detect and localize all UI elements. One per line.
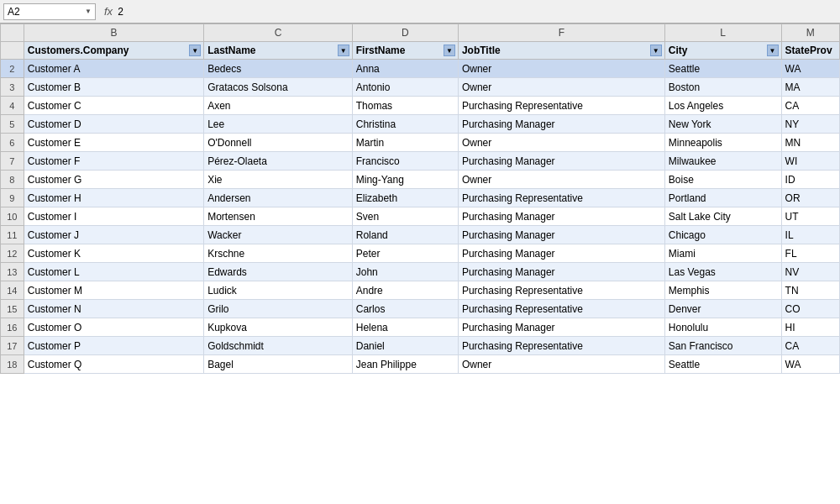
- cell-city[interactable]: Minneapolis: [664, 134, 781, 152]
- cell-jobtitle[interactable]: Purchasing Representative: [458, 337, 664, 355]
- cell-company[interactable]: Customer K: [24, 244, 203, 263]
- cell-lastname[interactable]: Grilo: [204, 300, 353, 318]
- cell-jobtitle[interactable]: Owner: [458, 171, 664, 189]
- table-row[interactable]: 4Customer CAxenThomasPurchasing Represen…: [1, 97, 840, 115]
- cell-city[interactable]: Boston: [664, 78, 781, 97]
- cell-jobtitle[interactable]: Purchasing Representative: [458, 300, 664, 318]
- lastname-filter-icon[interactable]: ▼: [338, 45, 349, 56]
- cell-state[interactable]: FL: [781, 244, 839, 263]
- row-number[interactable]: 2: [1, 60, 24, 78]
- cell-city[interactable]: Seattle: [664, 60, 781, 78]
- row-number[interactable]: 7: [1, 152, 24, 171]
- table-row[interactable]: 9Customer HAndersenElizabethPurchasing R…: [1, 189, 840, 207]
- table-row[interactable]: 11Customer JWackerRolandPurchasing Manag…: [1, 226, 840, 244]
- cell-firstname[interactable]: Elizabeth: [352, 189, 458, 207]
- cell-firstname[interactable]: Carlos: [352, 300, 458, 318]
- cell-jobtitle[interactable]: Owner: [458, 78, 664, 97]
- cell-state[interactable]: CO: [781, 300, 839, 318]
- cell-state[interactable]: WA: [781, 355, 839, 374]
- cell-firstname[interactable]: Roland: [352, 226, 458, 244]
- cell-state[interactable]: IL: [781, 226, 839, 244]
- row-number[interactable]: 13: [1, 263, 24, 281]
- row-number[interactable]: 12: [1, 244, 24, 263]
- cell-city[interactable]: Portland: [664, 189, 781, 207]
- cell-lastname[interactable]: Ludick: [204, 281, 353, 300]
- table-row[interactable]: 14Customer MLudickAndrePurchasing Repres…: [1, 281, 840, 300]
- header-jobtitle[interactable]: JobTitle ▼: [458, 42, 664, 60]
- col-letter-l[interactable]: L: [664, 24, 781, 42]
- row-number[interactable]: 3: [1, 78, 24, 97]
- cell-company[interactable]: Customer D: [24, 115, 203, 134]
- cell-lastname[interactable]: Andersen: [204, 189, 353, 207]
- row-number[interactable]: 15: [1, 300, 24, 318]
- row-number[interactable]: 5: [1, 115, 24, 134]
- cell-company[interactable]: Customer O: [24, 318, 203, 337]
- cell-firstname[interactable]: Ming-Yang: [352, 171, 458, 189]
- row-number[interactable]: 16: [1, 318, 24, 337]
- cell-company[interactable]: Customer G: [24, 171, 203, 189]
- cell-state[interactable]: HI: [781, 318, 839, 337]
- cell-city[interactable]: Miami: [664, 244, 781, 263]
- cell-jobtitle[interactable]: Owner: [458, 134, 664, 152]
- row-number[interactable]: 18: [1, 355, 24, 374]
- table-row[interactable]: 3Customer BGratacos SolsonaAntonioOwnerB…: [1, 78, 840, 97]
- cell-lastname[interactable]: Kupkova: [204, 318, 353, 337]
- cell-firstname[interactable]: Martin: [352, 134, 458, 152]
- cell-company[interactable]: Customer F: [24, 152, 203, 171]
- cell-state[interactable]: OR: [781, 189, 839, 207]
- city-filter-icon[interactable]: ▼: [767, 45, 779, 56]
- cell-jobtitle[interactable]: Owner: [458, 355, 664, 374]
- cell-state[interactable]: WA: [781, 60, 839, 78]
- cell-city[interactable]: Denver: [664, 300, 781, 318]
- table-row[interactable]: 18Customer QBagelJean PhilippeOwnerSeatt…: [1, 355, 840, 374]
- cell-company[interactable]: Customer N: [24, 300, 203, 318]
- cell-firstname[interactable]: Christina: [352, 115, 458, 134]
- cell-company[interactable]: Customer P: [24, 337, 203, 355]
- col-letter-d[interactable]: D: [352, 24, 458, 42]
- cell-jobtitle[interactable]: Purchasing Representative: [458, 281, 664, 300]
- cell-firstname[interactable]: Sven: [352, 207, 458, 226]
- cell-lastname[interactable]: Krschne: [204, 244, 353, 263]
- table-row[interactable]: 2Customer ABedecsAnnaOwnerSeattleWA: [1, 60, 840, 78]
- cell-state[interactable]: TN: [781, 281, 839, 300]
- header-lastname[interactable]: LastName ▼: [204, 42, 353, 60]
- cell-jobtitle[interactable]: Purchasing Manager: [458, 152, 664, 171]
- table-row[interactable]: 10Customer IMortensenSvenPurchasing Mana…: [1, 207, 840, 226]
- cell-jobtitle[interactable]: Owner: [458, 60, 664, 78]
- table-row[interactable]: 5Customer DLeeChristinaPurchasing Manage…: [1, 115, 840, 134]
- cell-company[interactable]: Customer M: [24, 281, 203, 300]
- cell-city[interactable]: Memphis: [664, 281, 781, 300]
- col-letter-f[interactable]: F: [458, 24, 664, 42]
- cell-jobtitle[interactable]: Purchasing Representative: [458, 189, 664, 207]
- cell-lastname[interactable]: Xie: [204, 171, 353, 189]
- cell-firstname[interactable]: Andre: [352, 281, 458, 300]
- table-row[interactable]: 13Customer LEdwardsJohnPurchasing Manage…: [1, 263, 840, 281]
- cell-jobtitle[interactable]: Purchasing Manager: [458, 207, 664, 226]
- cell-jobtitle[interactable]: Purchasing Manager: [458, 244, 664, 263]
- header-state[interactable]: StateProv: [781, 42, 839, 60]
- table-row[interactable]: 6Customer EO'DonnellMartinOwnerMinneapol…: [1, 134, 840, 152]
- cell-city[interactable]: Honolulu: [664, 318, 781, 337]
- row-number[interactable]: 10: [1, 207, 24, 226]
- firstname-filter-icon[interactable]: ▼: [444, 45, 455, 56]
- table-row[interactable]: 8Customer GXieMing-YangOwnerBoiseID: [1, 171, 840, 189]
- cell-firstname[interactable]: Jean Philippe: [352, 355, 458, 374]
- cell-firstname[interactable]: John: [352, 263, 458, 281]
- cell-jobtitle[interactable]: Purchasing Manager: [458, 115, 664, 134]
- cell-state[interactable]: UT: [781, 207, 839, 226]
- table-row[interactable]: 12Customer KKrschnePeterPurchasing Manag…: [1, 244, 840, 263]
- cell-state[interactable]: ID: [781, 171, 839, 189]
- cell-company[interactable]: Customer A: [24, 60, 203, 78]
- header-company[interactable]: Customers.Company ▼: [24, 42, 203, 60]
- cell-lastname[interactable]: Wacker: [204, 226, 353, 244]
- cell-lastname[interactable]: Edwards: [204, 263, 353, 281]
- cell-state[interactable]: NV: [781, 263, 839, 281]
- cell-firstname[interactable]: Anna: [352, 60, 458, 78]
- col-letter-c[interactable]: C: [204, 24, 353, 42]
- cell-lastname[interactable]: Goldschmidt: [204, 337, 353, 355]
- cell-jobtitle[interactable]: Purchasing Manager: [458, 226, 664, 244]
- row-number[interactable]: 9: [1, 189, 24, 207]
- header-city[interactable]: City ▼: [664, 42, 781, 60]
- cell-ref-dropdown-icon[interactable]: ▼: [85, 8, 92, 15]
- table-row[interactable]: 16Customer OKupkovaHelenaPurchasing Mana…: [1, 318, 840, 337]
